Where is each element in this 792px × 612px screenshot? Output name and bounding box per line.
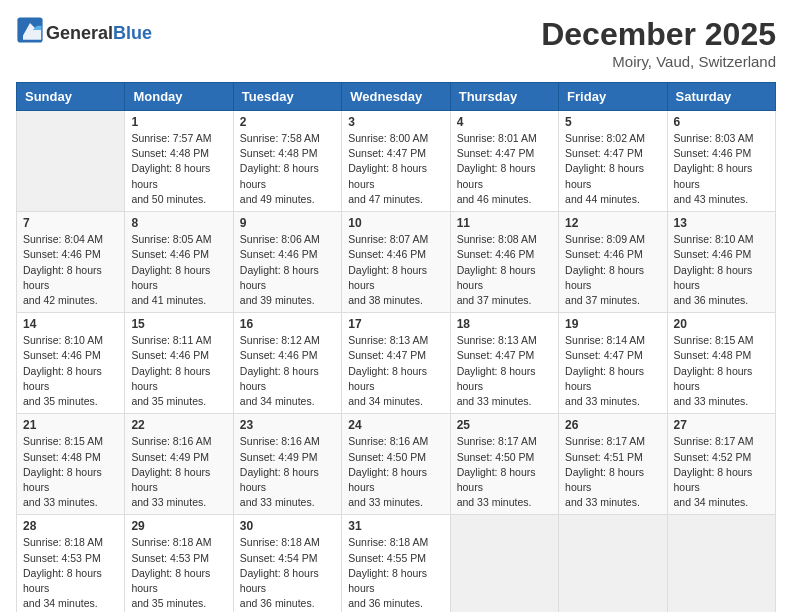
calendar-cell: 13Sunrise: 8:10 AMSunset: 4:46 PMDayligh… [667, 212, 775, 313]
calendar-cell: 21Sunrise: 8:15 AMSunset: 4:48 PMDayligh… [17, 414, 125, 515]
day-info: Sunrise: 8:08 AMSunset: 4:46 PMDaylight:… [457, 232, 552, 308]
day-info: Sunrise: 8:16 AMSunset: 4:49 PMDaylight:… [131, 434, 226, 510]
calendar-cell: 14Sunrise: 8:10 AMSunset: 4:46 PMDayligh… [17, 313, 125, 414]
calendar-cell: 4Sunrise: 8:01 AMSunset: 4:47 PMDaylight… [450, 111, 558, 212]
calendar-cell: 6Sunrise: 8:03 AMSunset: 4:46 PMDaylight… [667, 111, 775, 212]
day-number: 15 [131, 317, 226, 331]
calendar-cell: 9Sunrise: 8:06 AMSunset: 4:46 PMDaylight… [233, 212, 341, 313]
day-number: 6 [674, 115, 769, 129]
calendar-cell: 22Sunrise: 8:16 AMSunset: 4:49 PMDayligh… [125, 414, 233, 515]
day-info: Sunrise: 8:04 AMSunset: 4:46 PMDaylight:… [23, 232, 118, 308]
day-number: 30 [240, 519, 335, 533]
day-info: Sunrise: 8:17 AMSunset: 4:51 PMDaylight:… [565, 434, 660, 510]
calendar-cell: 25Sunrise: 8:17 AMSunset: 4:50 PMDayligh… [450, 414, 558, 515]
weekday-header: Tuesday [233, 83, 341, 111]
weekday-header-row: SundayMondayTuesdayWednesdayThursdayFrid… [17, 83, 776, 111]
weekday-header: Wednesday [342, 83, 450, 111]
calendar-cell [450, 515, 558, 612]
calendar-cell: 31Sunrise: 8:18 AMSunset: 4:55 PMDayligh… [342, 515, 450, 612]
calendar-week-row: 14Sunrise: 8:10 AMSunset: 4:46 PMDayligh… [17, 313, 776, 414]
calendar-cell: 5Sunrise: 8:02 AMSunset: 4:47 PMDaylight… [559, 111, 667, 212]
calendar-cell: 15Sunrise: 8:11 AMSunset: 4:46 PMDayligh… [125, 313, 233, 414]
weekday-header: Monday [125, 83, 233, 111]
day-number: 28 [23, 519, 118, 533]
calendar-cell: 11Sunrise: 8:08 AMSunset: 4:46 PMDayligh… [450, 212, 558, 313]
calendar-cell: 17Sunrise: 8:13 AMSunset: 4:47 PMDayligh… [342, 313, 450, 414]
day-info: Sunrise: 8:16 AMSunset: 4:49 PMDaylight:… [240, 434, 335, 510]
calendar-week-row: 7Sunrise: 8:04 AMSunset: 4:46 PMDaylight… [17, 212, 776, 313]
calendar-cell: 2Sunrise: 7:58 AMSunset: 4:48 PMDaylight… [233, 111, 341, 212]
day-number: 1 [131, 115, 226, 129]
day-number: 2 [240, 115, 335, 129]
calendar-table: SundayMondayTuesdayWednesdayThursdayFrid… [16, 82, 776, 612]
page-title: December 2025 [541, 16, 776, 53]
day-number: 24 [348, 418, 443, 432]
day-number: 26 [565, 418, 660, 432]
day-info: Sunrise: 8:09 AMSunset: 4:46 PMDaylight:… [565, 232, 660, 308]
day-info: Sunrise: 8:00 AMSunset: 4:47 PMDaylight:… [348, 131, 443, 207]
day-info: Sunrise: 8:10 AMSunset: 4:46 PMDaylight:… [674, 232, 769, 308]
calendar-cell: 10Sunrise: 8:07 AMSunset: 4:46 PMDayligh… [342, 212, 450, 313]
day-number: 14 [23, 317, 118, 331]
logo: GeneralBlue [16, 16, 152, 44]
day-info: Sunrise: 8:15 AMSunset: 4:48 PMDaylight:… [23, 434, 118, 510]
weekday-header: Saturday [667, 83, 775, 111]
day-info: Sunrise: 8:10 AMSunset: 4:46 PMDaylight:… [23, 333, 118, 409]
day-number: 17 [348, 317, 443, 331]
weekday-header: Thursday [450, 83, 558, 111]
calendar-cell: 3Sunrise: 8:00 AMSunset: 4:47 PMDaylight… [342, 111, 450, 212]
day-info: Sunrise: 8:18 AMSunset: 4:53 PMDaylight:… [23, 535, 118, 611]
day-info: Sunrise: 8:07 AMSunset: 4:46 PMDaylight:… [348, 232, 443, 308]
logo-blue: Blue [113, 23, 152, 43]
day-info: Sunrise: 7:57 AMSunset: 4:48 PMDaylight:… [131, 131, 226, 207]
calendar-cell: 28Sunrise: 8:18 AMSunset: 4:53 PMDayligh… [17, 515, 125, 612]
day-info: Sunrise: 8:13 AMSunset: 4:47 PMDaylight:… [457, 333, 552, 409]
day-info: Sunrise: 8:05 AMSunset: 4:46 PMDaylight:… [131, 232, 226, 308]
calendar-cell: 23Sunrise: 8:16 AMSunset: 4:49 PMDayligh… [233, 414, 341, 515]
calendar-cell: 26Sunrise: 8:17 AMSunset: 4:51 PMDayligh… [559, 414, 667, 515]
day-number: 22 [131, 418, 226, 432]
day-number: 21 [23, 418, 118, 432]
day-number: 11 [457, 216, 552, 230]
day-info: Sunrise: 8:18 AMSunset: 4:53 PMDaylight:… [131, 535, 226, 611]
day-number: 29 [131, 519, 226, 533]
day-info: Sunrise: 7:58 AMSunset: 4:48 PMDaylight:… [240, 131, 335, 207]
day-info: Sunrise: 8:03 AMSunset: 4:46 PMDaylight:… [674, 131, 769, 207]
day-info: Sunrise: 8:06 AMSunset: 4:46 PMDaylight:… [240, 232, 335, 308]
day-info: Sunrise: 8:18 AMSunset: 4:54 PMDaylight:… [240, 535, 335, 611]
calendar-week-row: 21Sunrise: 8:15 AMSunset: 4:48 PMDayligh… [17, 414, 776, 515]
calendar-cell [17, 111, 125, 212]
calendar-cell: 20Sunrise: 8:15 AMSunset: 4:48 PMDayligh… [667, 313, 775, 414]
calendar-cell [667, 515, 775, 612]
day-info: Sunrise: 8:15 AMSunset: 4:48 PMDaylight:… [674, 333, 769, 409]
calendar-week-row: 1Sunrise: 7:57 AMSunset: 4:48 PMDaylight… [17, 111, 776, 212]
day-info: Sunrise: 8:11 AMSunset: 4:46 PMDaylight:… [131, 333, 226, 409]
logo-general: General [46, 23, 113, 43]
day-number: 7 [23, 216, 118, 230]
day-number: 18 [457, 317, 552, 331]
day-number: 9 [240, 216, 335, 230]
title-block: December 2025 Moiry, Vaud, Switzerland [541, 16, 776, 70]
calendar-cell: 29Sunrise: 8:18 AMSunset: 4:53 PMDayligh… [125, 515, 233, 612]
logo-icon [16, 16, 44, 44]
day-number: 25 [457, 418, 552, 432]
day-info: Sunrise: 8:01 AMSunset: 4:47 PMDaylight:… [457, 131, 552, 207]
day-info: Sunrise: 8:13 AMSunset: 4:47 PMDaylight:… [348, 333, 443, 409]
calendar-cell: 18Sunrise: 8:13 AMSunset: 4:47 PMDayligh… [450, 313, 558, 414]
day-info: Sunrise: 8:17 AMSunset: 4:52 PMDaylight:… [674, 434, 769, 510]
day-info: Sunrise: 8:18 AMSunset: 4:55 PMDaylight:… [348, 535, 443, 611]
calendar-cell: 12Sunrise: 8:09 AMSunset: 4:46 PMDayligh… [559, 212, 667, 313]
day-number: 31 [348, 519, 443, 533]
day-number: 27 [674, 418, 769, 432]
calendar-week-row: 28Sunrise: 8:18 AMSunset: 4:53 PMDayligh… [17, 515, 776, 612]
day-number: 23 [240, 418, 335, 432]
weekday-header: Friday [559, 83, 667, 111]
day-info: Sunrise: 8:17 AMSunset: 4:50 PMDaylight:… [457, 434, 552, 510]
day-info: Sunrise: 8:12 AMSunset: 4:46 PMDaylight:… [240, 333, 335, 409]
calendar-cell: 1Sunrise: 7:57 AMSunset: 4:48 PMDaylight… [125, 111, 233, 212]
calendar-cell: 30Sunrise: 8:18 AMSunset: 4:54 PMDayligh… [233, 515, 341, 612]
calendar-cell: 27Sunrise: 8:17 AMSunset: 4:52 PMDayligh… [667, 414, 775, 515]
calendar-cell: 19Sunrise: 8:14 AMSunset: 4:47 PMDayligh… [559, 313, 667, 414]
weekday-header: Sunday [17, 83, 125, 111]
calendar-cell: 24Sunrise: 8:16 AMSunset: 4:50 PMDayligh… [342, 414, 450, 515]
